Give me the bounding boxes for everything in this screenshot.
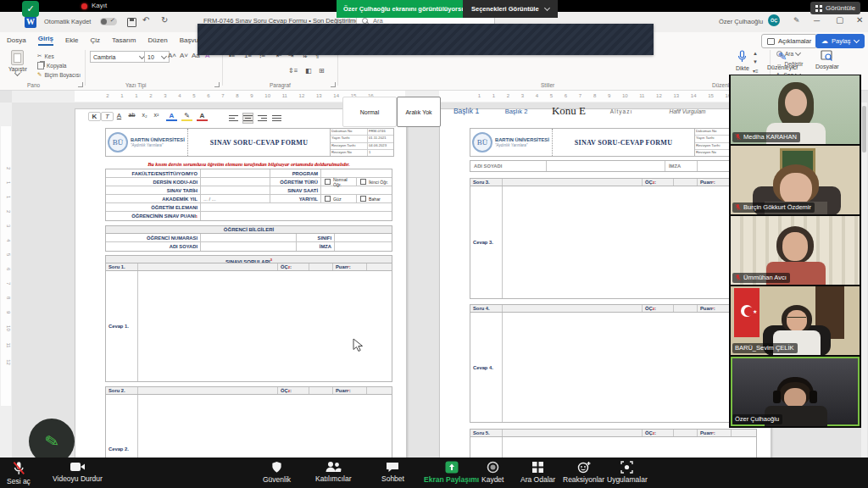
field-value[interactable] [321,169,392,177]
font-size-combo[interactable]: 10 [144,51,170,63]
record-button[interactable]: Kaydet [481,461,504,484]
question-text-cell[interactable] [503,430,643,436]
share-screen-button[interactable]: Ekran Paylaşımı [424,461,479,484]
word-app-icon[interactable]: W [25,16,36,28]
checkbox[interactable] [360,196,366,202]
participant-tile-5[interactable]: Özer Çulhaoğlu [731,357,860,426]
files-button[interactable]: Dosyalar [815,50,839,69]
borders-icon[interactable]: ⊞ [319,67,325,75]
puan-value[interactable] [367,263,392,270]
pano-dialog-launcher[interactable] [78,82,83,87]
superscript-button[interactable]: x² [151,112,162,118]
checkbox[interactable] [325,179,331,185]
field-value[interactable] [201,203,392,211]
restore-button[interactable]: ▢ [836,15,843,25]
checkbox-option[interactable]: Normal Öğr. [321,178,357,186]
field-value[interactable] [335,234,392,241]
share-button[interactable]: ☁ Paylaş [815,34,865,48]
align-right-button[interactable] [258,114,267,123]
styles-gallery-up[interactable]: ▲ [753,51,758,56]
cut-button[interactable]: ✂Kes [37,53,54,59]
oc-value[interactable] [674,179,698,186]
chat-button[interactable]: Sohbet [381,461,404,483]
puan-value[interactable] [367,387,392,394]
font-name-combo[interactable]: Cambria [90,51,147,63]
account-name[interactable]: Özer Çulhaoğlu [719,18,763,25]
oc-value[interactable] [309,387,333,394]
checkbox-option[interactable]: Güz [321,195,357,202]
field-value[interactable] [335,242,392,251]
field-value[interactable] [201,178,270,186]
style-araliksiz[interactable]: Aralık Yok [397,97,441,127]
question-text-cell[interactable] [138,263,278,270]
answer-box-2[interactable]: Cevap 2. [105,394,392,458]
undo-icon[interactable]: ↶ [142,15,149,25]
puan-value[interactable] [732,430,756,436]
styles-gallery-down[interactable]: ▼ [753,59,758,64]
tab-ciz[interactable]: Çiz [90,36,100,44]
security-button[interactable]: Güvenlik [263,461,291,484]
checkbox-option[interactable]: Bahar [357,195,392,202]
style-baslik2[interactable]: Başlık 2 [493,97,539,125]
field-value[interactable] [201,169,270,177]
account-avatar[interactable]: ÖÇ [768,14,780,26]
pen-mode-icon[interactable]: ✎ [793,16,800,25]
question-text-cell[interactable] [503,305,643,312]
align-center-button[interactable] [243,114,253,123]
apps-button[interactable]: Uygulamalar [607,461,648,484]
style-altyazi[interactable]: Altyazı [598,97,644,125]
oc-value[interactable] [309,263,333,270]
field-value[interactable] [201,186,270,194]
oc-value[interactable] [674,430,698,436]
save-icon[interactable] [127,18,136,27]
checkbox[interactable] [360,179,366,185]
highlight-button[interactable]: ✎ [181,112,192,121]
underline-button[interactable]: A [114,112,125,119]
strikethrough-button[interactable]: ab [126,112,137,118]
answer-box-3[interactable]: Cevap 3. [470,186,757,299]
tab-duzen[interactable]: Düzen [148,36,168,44]
answer-box-5[interactable] [470,436,757,458]
comments-button[interactable]: Açıklamalar [761,34,817,48]
copy-button[interactable]: Kopyala [37,62,67,69]
italic-button[interactable]: T [101,112,114,121]
unmute-button[interactable]: Sesi aç [7,461,31,485]
style-normal[interactable]: Normal [342,97,397,127]
tab-dosya[interactable]: Dosya [7,36,26,44]
style-hafif[interactable]: Hafif Vurgulam [646,97,729,125]
view-options-dropdown[interactable]: Seçenekleri Görüntüle [463,0,558,18]
align-left-button[interactable] [229,114,238,123]
shrink-font-icon[interactable]: A˅ [180,52,188,59]
field-value[interactable] [547,161,665,171]
answer-box-1[interactable]: Cevap 1. [105,270,392,382]
line-spacing-icon[interactable]: ⇕≡ [288,67,298,75]
grow-font-icon[interactable]: A˄ [168,52,176,59]
checkbox[interactable] [325,196,331,202]
font-color-button[interactable]: A [197,112,208,121]
close-button[interactable]: ✕ [856,15,863,25]
redo-icon[interactable]: ↻ [161,15,168,25]
style-konu[interactable]: Konu E [541,97,597,125]
question-text-cell[interactable] [138,387,278,394]
font-dialog-launcher[interactable] [214,82,220,87]
autosave-toggle[interactable]: ✓ [100,18,117,25]
style-baslik1[interactable]: Başlık 1 [441,97,492,125]
vertical-ruler[interactable]: 2 1 1 2 3 4 5 6 7 8 9 10 11 12 [0,103,12,458]
participant-tile-2[interactable]: Burçin Gökkurt Özdemir [731,146,860,214]
dictate-button[interactable]: Dikte [736,50,749,71]
editor-button[interactable]: ✎ Düzenleyici [767,50,798,70]
question-text-cell[interactable] [503,179,643,186]
shading-icon[interactable]: ◧ [305,67,312,75]
breakout-rooms-button[interactable]: Ara Odalar [520,461,555,484]
minimize-button[interactable]: ─ [814,16,820,25]
bold-button[interactable]: K [88,112,101,121]
format-painter-button[interactable]: ✎Biçim Boyacısı [37,71,81,78]
field-value[interactable] [201,234,297,241]
oc-value[interactable] [674,305,698,312]
paragraph-dialog-launcher[interactable] [331,82,336,87]
tab-tasarim[interactable]: Tasarım [112,36,136,44]
tab-giris[interactable]: Giriş [38,35,53,46]
field-value[interactable]: ... / ... [201,195,270,202]
scrollbar-thumb[interactable] [862,106,866,152]
subscript-button[interactable]: x₂ [139,112,150,118]
